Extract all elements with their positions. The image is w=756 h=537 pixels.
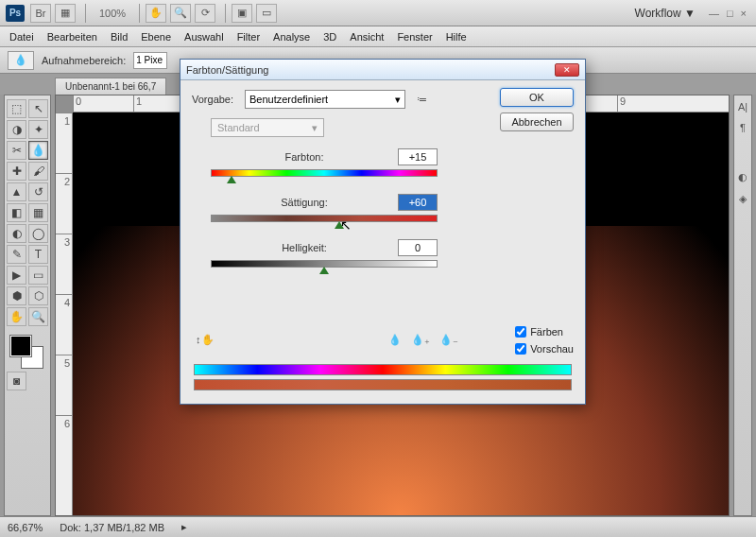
menu-ansicht[interactable]: Ansicht xyxy=(350,31,384,43)
ruler-vertical: 123456 xyxy=(56,113,73,515)
layers-panel-icon[interactable]: ◈ xyxy=(739,193,747,205)
eraser-tool[interactable]: ◧ xyxy=(7,203,26,222)
dialog-close-button[interactable]: ✕ xyxy=(555,63,579,77)
heal-tool[interactable]: ✚ xyxy=(7,162,26,181)
saturation-value-input[interactable]: +60 xyxy=(398,194,438,211)
crop-tool[interactable]: ✂ xyxy=(7,141,26,160)
menu-auswahl[interactable]: Auswahl xyxy=(184,31,224,43)
hue-label: Farbton: xyxy=(211,151,398,163)
maximize-button[interactable]: □ xyxy=(727,8,733,19)
menubar: Datei Bearbeiten Bild Ebene Auswahl Filt… xyxy=(0,26,756,47)
paragraph-panel-icon[interactable]: ¶ xyxy=(740,122,746,133)
app-logo: Ps xyxy=(6,5,25,22)
dialog-title: Farbton/Sättigung xyxy=(186,64,268,76)
bridge-button[interactable]: Br xyxy=(30,4,51,23)
chevron-down-icon: ▾ xyxy=(395,94,401,106)
stamp-tool[interactable]: ▲ xyxy=(7,182,26,201)
edit-channel-dropdown[interactable]: Standard ▾ xyxy=(211,118,324,137)
color-strips xyxy=(194,360,572,390)
status-doc-size[interactable]: Dok: 1,37 MB/1,82 MB xyxy=(60,522,164,533)
eyedropper-subtract-icon[interactable]: 💧₋ xyxy=(439,334,458,346)
input-color-strip xyxy=(194,364,572,375)
status-arrow-icon[interactable]: ▸ xyxy=(181,521,187,533)
preset-dropdown[interactable]: Benutzerdefiniert ▾ xyxy=(245,90,405,109)
zoom-tool[interactable]: 🔍 xyxy=(28,307,48,326)
3d-tool[interactable]: ⬢ xyxy=(7,286,26,305)
marquee-tool[interactable]: ↖ xyxy=(28,99,48,118)
menu-datei[interactable]: Datei xyxy=(9,31,34,43)
lasso-tool[interactable]: ◑ xyxy=(7,120,26,139)
preview-checkbox[interactable]: Vorschau xyxy=(515,343,574,355)
eyedropper-set-icon[interactable]: 💧 xyxy=(388,334,402,346)
pen-tool[interactable]: ✎ xyxy=(7,245,26,264)
menu-bild[interactable]: Bild xyxy=(111,31,128,43)
right-dock: A| ¶ ◐ ◈ xyxy=(733,95,752,516)
toolbox: ⬚↖ ◑✦ ✂💧 ✚🖌 ▲↺ ◧▦ ◐◯ ✎T ▶▭ ⬢⬡ ✋🔍 ◙ xyxy=(4,95,51,516)
color-panel-icon[interactable]: ◐ xyxy=(738,171,747,183)
menu-filter[interactable]: Filter xyxy=(237,31,260,43)
menu-3d[interactable]: 3D xyxy=(323,31,336,43)
scrubby-icon[interactable]: ↕✋ xyxy=(196,334,215,346)
minimize-button[interactable]: — xyxy=(709,8,719,19)
menu-fenster[interactable]: Fenster xyxy=(397,31,432,43)
ok-button[interactable]: OK xyxy=(500,88,574,107)
cancel-button[interactable]: Abbrechen xyxy=(500,113,574,131)
close-button[interactable]: × xyxy=(741,8,747,19)
menu-hilfe[interactable]: Hilfe xyxy=(446,31,467,43)
quickmask-tool[interactable]: ◙ xyxy=(7,372,26,390)
dialog-titlebar[interactable]: Farbton/Sättigung ✕ xyxy=(180,60,585,80)
app-titlebar: Ps Br ▦ 100% ✋ 🔍 ⟳ ▣ ▭ Workflow ▼ — □ × xyxy=(0,0,756,26)
blur-tool[interactable]: ◐ xyxy=(7,224,26,243)
hand-tool[interactable]: ✋ xyxy=(7,307,26,326)
type-panel-icon[interactable]: A| xyxy=(738,101,747,113)
eyedropper-tool[interactable]: 💧 xyxy=(28,141,48,160)
foreground-color[interactable] xyxy=(10,336,31,356)
eyedropper-group: 💧 💧₊ 💧₋ xyxy=(388,334,458,346)
workspace-switcher[interactable]: Workflow ▼ xyxy=(635,7,696,20)
3d-camera-tool[interactable]: ⬡ xyxy=(28,286,48,305)
saturation-slider[interactable]: ↖ xyxy=(211,215,438,222)
eyedropper-add-icon[interactable]: 💧₊ xyxy=(411,334,430,346)
eyedropper-icon: 💧 xyxy=(8,51,34,70)
lightness-label: Helligkeit: xyxy=(211,242,398,253)
hue-slider[interactable] xyxy=(211,169,438,177)
type-tool[interactable]: T xyxy=(28,245,48,264)
color-wells[interactable] xyxy=(7,334,48,368)
cursor-icon: ↖ xyxy=(340,217,352,233)
rotate-view-button[interactable]: ⟳ xyxy=(195,4,215,23)
document-tab[interactable]: Unbenannt-1 bei 66,7 xyxy=(55,78,166,95)
menu-ebene[interactable]: Ebene xyxy=(141,31,171,43)
film-button[interactable]: ▦ xyxy=(55,4,76,23)
sample-size-input[interactable] xyxy=(133,52,167,69)
zoom-tool-button[interactable]: 🔍 xyxy=(170,4,191,23)
saturation-label: Sättigung: xyxy=(211,197,398,208)
preset-label: Vorgabe: xyxy=(192,94,245,105)
statusbar: 66,67% Dok: 1,37 MB/1,82 MB ▸ xyxy=(0,516,756,537)
lightness-slider[interactable] xyxy=(211,260,438,268)
brush-tool[interactable]: 🖌 xyxy=(28,162,48,181)
screen-mode-button[interactable]: ▣ xyxy=(232,4,252,23)
wand-tool[interactable]: ✦ xyxy=(28,120,48,139)
colorize-checkbox[interactable]: Färben xyxy=(515,326,574,338)
preset-value: Benutzerdefiniert xyxy=(249,94,328,105)
status-zoom[interactable]: 66,67% xyxy=(8,522,43,533)
lightness-value-input[interactable]: 0 xyxy=(398,239,438,256)
chevron-down-icon: ▾ xyxy=(312,122,318,134)
sample-size-label: Aufnahmebereich: xyxy=(42,55,126,66)
shape-tool[interactable]: ▭ xyxy=(28,266,48,285)
arrange-button[interactable]: ▭ xyxy=(256,4,277,23)
menu-analyse[interactable]: Analyse xyxy=(273,31,310,43)
output-color-strip xyxy=(194,379,572,390)
hue-value-input[interactable]: +15 xyxy=(398,148,438,165)
zoom-level[interactable]: 100% xyxy=(99,8,126,19)
menu-bearbeiten[interactable]: Bearbeiten xyxy=(47,31,97,43)
preset-menu-icon[interactable]: ≔ xyxy=(417,94,427,106)
gradient-tool[interactable]: ▦ xyxy=(28,203,48,222)
path-select-tool[interactable]: ▶ xyxy=(7,266,26,285)
hue-saturation-dialog: Farbton/Sättigung ✕ Vorgabe: Benutzerdef… xyxy=(180,59,586,405)
dodge-tool[interactable]: ◯ xyxy=(28,224,48,243)
history-brush-tool[interactable]: ↺ xyxy=(28,182,48,201)
move-tool[interactable]: ⬚ xyxy=(7,99,26,118)
hand-tool-button[interactable]: ✋ xyxy=(146,4,166,23)
